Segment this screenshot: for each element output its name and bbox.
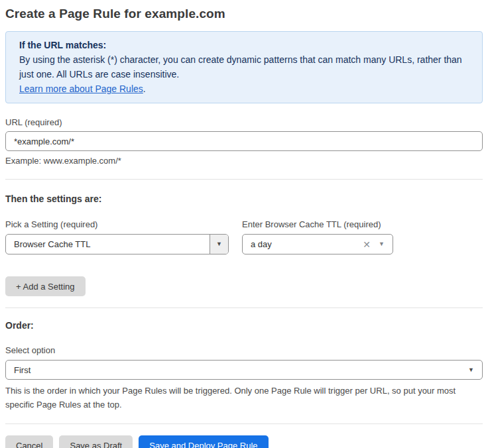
page-title: Create a Page Rule for example.com [5,7,483,21]
ttl-picker-field: Enter Browser Cache TTL (required) a day… [242,219,393,254]
setting-picker-arrow-button[interactable]: ▼ [210,235,228,254]
settings-section-heading: Then the settings are: [5,194,483,204]
ttl-picker-select[interactable]: a day ✕ ▼ [242,234,393,254]
info-box-body: By using the asterisk (*) character, you… [19,52,469,82]
save-and-deploy-button[interactable]: Save and Deploy Page Rule [139,435,268,448]
url-match-info-box: If the URL matches: By using the asteris… [5,31,483,103]
cancel-button[interactable]: Cancel [5,435,53,448]
ttl-picker-value: a day [243,235,355,254]
setting-picker-select[interactable]: Browser Cache TTL ▼ [5,234,229,254]
info-box-body-text: By using the asterisk (*) character, you… [19,54,462,80]
learn-more-link[interactable]: Learn more about Page Rules [19,84,143,94]
divider [5,423,483,424]
add-setting-wrap: + Add a Setting [5,276,483,296]
order-select-value: First [6,361,460,379]
order-select-icons: ▼ [460,361,482,379]
url-input[interactable] [5,131,483,151]
divider [5,179,483,180]
order-select[interactable]: First ▼ [5,360,483,380]
footer-actions: Cancel Save as Draft Save and Deploy Pag… [5,435,483,448]
order-section-heading: Order: [5,320,483,331]
chevron-down-icon: ▼ [379,241,385,247]
chevron-down-icon: ▼ [216,241,222,247]
ttl-picker-icons: ✕ ▼ [355,235,393,254]
chevron-down-icon: ▼ [468,367,474,373]
save-as-draft-button[interactable]: Save as Draft [59,435,133,448]
add-setting-button[interactable]: + Add a Setting [5,276,86,296]
create-page-rule-form: Create a Page Rule for example.com If th… [0,0,488,448]
url-example-text: Example: www.example.com/* [5,156,483,166]
url-field-label: URL (required) [5,117,483,127]
info-box-link-line: Learn more about Page Rules. [19,82,469,96]
ttl-picker-label: Enter Browser Cache TTL (required) [242,219,393,229]
info-box-heading: If the URL matches: [19,38,469,52]
setting-picker-value: Browser Cache TTL [6,235,210,254]
link-suffix: . [143,84,146,94]
setting-picker-label: Pick a Setting (required) [5,219,229,229]
setting-picker-field: Pick a Setting (required) Browser Cache … [5,219,229,254]
order-select-label: Select option [5,345,483,355]
clear-icon[interactable]: ✕ [363,240,371,249]
divider [5,308,483,308]
settings-row: Pick a Setting (required) Browser Cache … [5,219,483,254]
order-help-text: This is the order in which your Page Rul… [5,384,476,412]
